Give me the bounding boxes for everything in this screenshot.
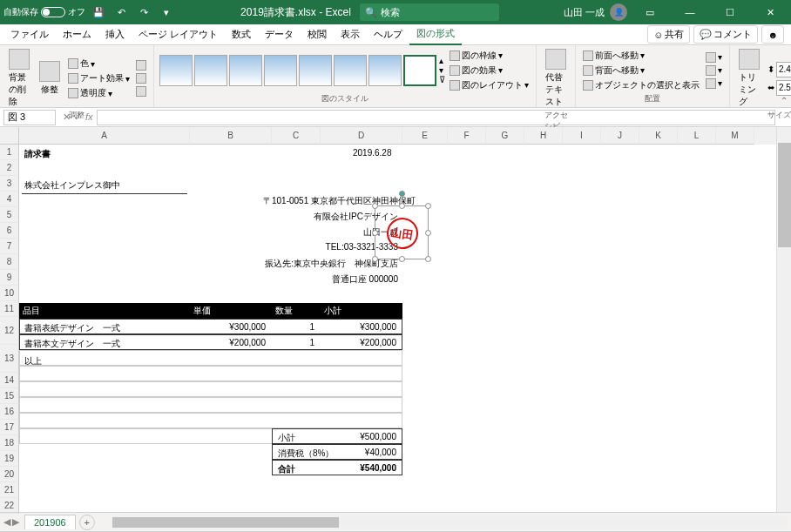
row-header[interactable]: 1: [0, 145, 19, 160]
row-header[interactable]: 18: [0, 435, 19, 451]
row-header[interactable]: 15: [0, 388, 19, 404]
tab-home[interactable]: ホーム: [56, 24, 98, 44]
row-header[interactable]: 10: [0, 286, 19, 301]
formula-input[interactable]: [97, 110, 775, 125]
row-header[interactable]: 22: [0, 498, 19, 514]
row-header[interactable]: 11: [0, 301, 19, 317]
row-header[interactable]: 5: [0, 207, 19, 223]
group-icon[interactable]: ▾: [704, 64, 724, 77]
th-item: 品目: [19, 303, 190, 319]
user-avatar-icon[interactable]: 👤: [610, 3, 627, 21]
row-header[interactable]: 17: [0, 420, 19, 435]
tab-insert[interactable]: 挿入: [98, 24, 132, 44]
tab-layout[interactable]: ページ レイアウト: [132, 24, 225, 44]
col-header[interactable]: K: [639, 127, 678, 145]
picture-styles-gallery[interactable]: [159, 55, 436, 86]
col-header[interactable]: E: [402, 127, 448, 145]
row-header[interactable]: 2: [0, 160, 19, 176]
row-header[interactable]: 7: [0, 239, 19, 254]
rotate-icon[interactable]: ▾: [704, 77, 724, 90]
sheet-nav-next-icon[interactable]: ▶: [12, 516, 19, 528]
compress-icon[interactable]: [134, 59, 148, 71]
gallery-more-icon[interactable]: ▴▾⊽: [439, 56, 445, 84]
horizontal-scrollbar[interactable]: [112, 516, 788, 529]
user-name: 山田 一成: [564, 6, 605, 19]
row-header[interactable]: 8: [0, 254, 19, 270]
col-header[interactable]: G: [486, 127, 524, 145]
change-pic-icon[interactable]: [134, 72, 148, 84]
qat-more-icon[interactable]: ▾: [157, 3, 176, 22]
remove-bg-button[interactable]: 背景の削除: [5, 47, 33, 110]
row-header[interactable]: 13: [0, 345, 19, 373]
select-all-corner[interactable]: [0, 127, 19, 145]
width-input[interactable]: ⬌: [766, 79, 791, 97]
col-header[interactable]: L: [678, 127, 716, 145]
close-icon[interactable]: ✕: [753, 0, 788, 24]
transparency-button[interactable]: 透明度 ▾: [66, 86, 132, 100]
col-header[interactable]: C: [272, 127, 321, 145]
tab-picture-format[interactable]: 図の形式: [409, 24, 462, 45]
undo-icon[interactable]: ↶: [112, 3, 131, 22]
row-header[interactable]: 21: [0, 482, 19, 498]
help-icon[interactable]: ☻: [761, 25, 784, 44]
col-header[interactable]: J: [601, 127, 639, 145]
col-header[interactable]: F: [448, 127, 486, 145]
save-icon[interactable]: 💾: [89, 3, 108, 22]
alt-text-button[interactable]: 代替テキスト: [542, 47, 570, 110]
minimize-icon[interactable]: —: [673, 0, 707, 24]
autosave-toggle[interactable]: 自動保存 オフ: [3, 6, 85, 18]
row-header[interactable]: 14: [0, 373, 19, 388]
picture-selection[interactable]: [375, 205, 429, 259]
search-box[interactable]: 🔍 検索: [360, 3, 499, 21]
tab-file[interactable]: ファイル: [3, 24, 56, 44]
height-input[interactable]: ⬍: [766, 61, 791, 78]
collapse-ribbon-icon[interactable]: ⌃: [781, 96, 788, 105]
send-backward-button[interactable]: 背面へ移動 ▾: [581, 64, 701, 77]
comment-button[interactable]: 💬 コメント: [693, 25, 758, 44]
picture-effects-button[interactable]: 図の効果 ▾: [448, 64, 531, 77]
row-header[interactable]: 16: [0, 404, 19, 420]
row-header[interactable]: 6: [0, 223, 19, 239]
sheet-tab[interactable]: 201906: [24, 515, 76, 529]
client: 株式会社インプレス御中: [22, 178, 187, 194]
col-header[interactable]: B: [190, 127, 272, 145]
tab-help[interactable]: ヘルプ: [367, 24, 409, 44]
doc-title: 請求書: [22, 146, 53, 162]
th-price: 単価: [190, 303, 272, 319]
vertical-scrollbar[interactable]: [776, 127, 791, 512]
crop-button[interactable]: トリミング: [735, 47, 763, 110]
row-header[interactable]: 20: [0, 467, 19, 482]
col-header[interactable]: A: [19, 127, 190, 145]
col-header[interactable]: D: [321, 127, 402, 145]
share-button[interactable]: ☺ 共有: [647, 25, 690, 44]
ribbon-mode-icon[interactable]: ▭: [632, 0, 667, 24]
tab-data[interactable]: データ: [258, 24, 301, 44]
align-icon[interactable]: ▾: [704, 51, 724, 64]
corrections-button[interactable]: 修整: [36, 59, 64, 98]
bring-forward-button[interactable]: 前面へ移動 ▾: [581, 49, 701, 63]
col-header[interactable]: H: [524, 127, 563, 145]
tab-view[interactable]: 表示: [334, 24, 367, 44]
color-button[interactable]: 色 ▾: [66, 57, 132, 71]
tab-review[interactable]: 校閲: [301, 24, 334, 44]
row-header[interactable]: 9: [0, 270, 19, 286]
row-header[interactable]: 4: [0, 192, 19, 207]
selection-pane-button[interactable]: オブジェクトの選択と表示: [581, 78, 701, 92]
redo-icon[interactable]: ↷: [134, 3, 153, 22]
ribbon: 背景の削除 修整 色 ▾ アート効果 ▾ 透明度 ▾ 調整 ▴▾⊽: [0, 45, 791, 108]
row-header[interactable]: 12: [0, 317, 19, 345]
row-header[interactable]: 3: [0, 176, 19, 192]
picture-layout-button[interactable]: 図のレイアウト ▾: [448, 78, 531, 92]
artistic-effects-button[interactable]: アート効果 ▾: [66, 71, 132, 85]
reset-pic-icon[interactable]: [134, 85, 148, 98]
col-header[interactable]: M: [716, 127, 754, 145]
col-header[interactable]: I: [563, 127, 601, 145]
sheet-nav-prev-icon[interactable]: ◀: [3, 516, 10, 528]
picture-border-button[interactable]: 図の枠線 ▾: [448, 49, 531, 63]
add-sheet-button[interactable]: +: [79, 515, 95, 530]
tab-formulas[interactable]: 数式: [225, 24, 258, 44]
window-title: 2019請求書.xlsx - Excel: [240, 5, 351, 20]
maximize-icon[interactable]: ☐: [713, 0, 747, 24]
sheet-tab-bar: ◀▶ 201906 +: [0, 512, 791, 531]
row-header[interactable]: 19: [0, 451, 19, 467]
